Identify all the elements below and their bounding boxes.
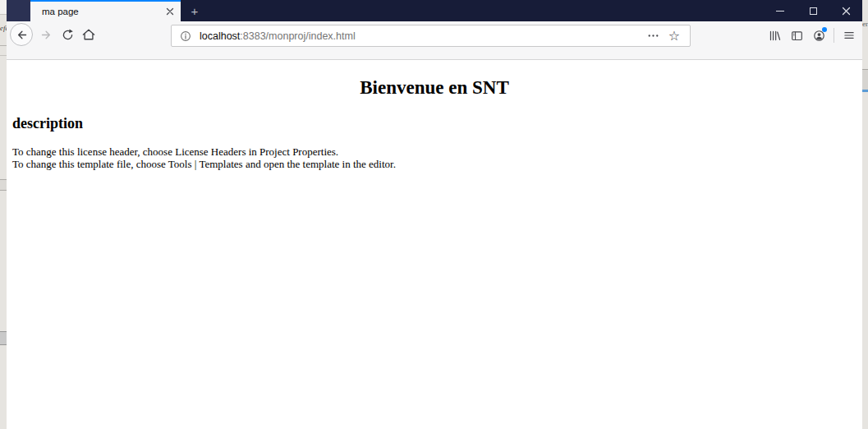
navigation-toolbar: localhost:8383/monproj/index.html ☆ — [7, 21, 862, 60]
home-button[interactable] — [77, 23, 100, 46]
browser-tab[interactable]: ma page — [30, 0, 181, 21]
three-dots-icon — [647, 30, 659, 42]
background-window-left-sliver: efa — [0, 0, 7, 429]
url-host: localhost — [200, 30, 240, 42]
plus-icon: + — [191, 4, 199, 18]
toolbar-right-group — [765, 23, 859, 48]
page-title: Bienvenue en SNT — [7, 77, 862, 99]
account-notification-dot — [822, 27, 827, 32]
maximize-icon — [810, 7, 817, 15]
url-bar[interactable]: localhost:8383/monproj/index.html ☆ — [171, 25, 691, 47]
sidebar-icon — [790, 29, 804, 43]
back-arrow-icon — [15, 28, 29, 42]
tab-title: ma page — [42, 7, 163, 16]
close-button[interactable] — [829, 0, 862, 21]
tab-bar: ma page + — [7, 0, 862, 21]
background-window-tab-fragment — [862, 69, 868, 92]
toolbar-separator — [834, 28, 834, 43]
section-heading: description — [12, 115, 83, 132]
paragraph-line: To change this license header, choose Li… — [12, 146, 396, 159]
site-info-icon — [179, 30, 192, 43]
minimize-button[interactable] — [764, 0, 797, 21]
background-window-scrollbar-fragment — [0, 331, 7, 345]
account-button[interactable] — [809, 25, 829, 46]
page-actions-button[interactable] — [642, 26, 664, 46]
background-window-right-sliver: er — [862, 0, 868, 429]
license-paragraph: To change this license header, choose Li… — [12, 146, 396, 170]
forward-arrow-icon — [39, 28, 53, 42]
library-button[interactable] — [765, 25, 784, 46]
url-text[interactable]: localhost:8383/monproj/index.html — [200, 30, 642, 42]
divider — [0, 45, 7, 46]
background-window-bar-fragment — [0, 179, 7, 191]
star-icon: ☆ — [668, 30, 680, 43]
desktop-screen: efa er ma page + — [0, 0, 868, 429]
page-content: Bienvenue en SNT description To change t… — [7, 60, 862, 429]
sidebar-button[interactable] — [787, 25, 806, 46]
url-path: :8383/monproj/index.html — [240, 30, 355, 42]
back-button[interactable] — [10, 23, 33, 46]
hamburger-menu-icon — [843, 29, 856, 42]
window-controls — [764, 0, 862, 21]
background-window-titlebar-fragment — [0, 0, 7, 15]
minimize-icon — [776, 11, 784, 12]
titlebar-drag-space — [7, 0, 30, 21]
background-window-text-fragment: er — [862, 20, 868, 28]
close-icon — [841, 6, 852, 16]
forward-button[interactable] — [34, 23, 57, 46]
paragraph-line: To change this template file, choose Too… — [12, 159, 396, 171]
reload-button[interactable] — [56, 23, 79, 46]
reload-icon — [61, 28, 75, 42]
bookmark-button[interactable]: ☆ — [664, 26, 685, 46]
new-tab-button[interactable]: + — [181, 0, 209, 21]
home-icon — [81, 27, 96, 42]
tab-close-icon[interactable] — [163, 5, 177, 19]
background-window-text-fragment: efa — [0, 24, 7, 32]
maximize-button[interactable] — [797, 0, 829, 21]
divider — [0, 55, 7, 56]
library-icon — [768, 29, 782, 43]
menu-button[interactable] — [839, 25, 859, 46]
firefox-window: ma page + — [7, 0, 862, 429]
